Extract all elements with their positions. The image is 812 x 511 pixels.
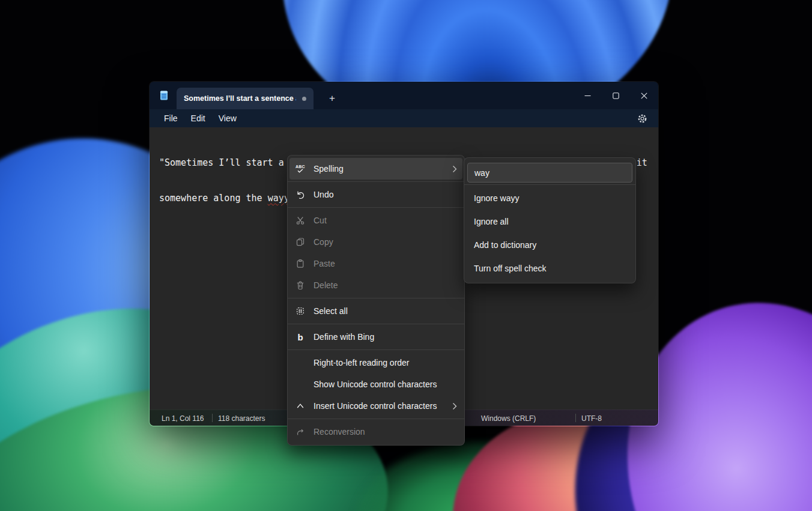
- menu-view[interactable]: View: [212, 111, 243, 125]
- tab-title: Sometimes I’ll start a sentence and: [184, 94, 296, 103]
- unsaved-indicator: [302, 97, 306, 101]
- spelling-submenu: way Ignore wayy Ignore all Add to dictio…: [464, 157, 636, 283]
- copy-icon: [295, 237, 306, 247]
- menu-item-select-all[interactable]: Select all: [289, 300, 462, 322]
- bing-icon: b: [295, 331, 306, 342]
- menu-item-undo[interactable]: Undo: [289, 184, 462, 205]
- menu-separator: [288, 419, 464, 419]
- new-tab-button[interactable]: +: [322, 88, 342, 109]
- menu-file[interactable]: File: [157, 111, 184, 125]
- chevron-right-icon: [452, 165, 457, 173]
- maximize-button[interactable]: [602, 82, 630, 109]
- close-button[interactable]: [630, 82, 658, 109]
- document-tab[interactable]: Sometimes I’ll start a sentence and: [177, 88, 314, 109]
- chevron-right-icon: [452, 402, 457, 410]
- submenu-item-add-to-dictionary[interactable]: Add to dictionary: [464, 233, 635, 256]
- menu-item-cut: Cut: [289, 210, 462, 231]
- caret-icon: [295, 401, 306, 411]
- cut-icon: [295, 215, 306, 226]
- spellcheck-icon: ABC: [295, 163, 306, 174]
- no-icon: [295, 379, 306, 390]
- titlebar: Sometimes I’ll start a sentence and +: [150, 82, 658, 109]
- menu-item-delete: Delete: [289, 274, 462, 296]
- menu-item-insert-unicode-control-characters[interactable]: Insert Unicode control characters: [289, 395, 462, 417]
- line-ending: Windows (CRLF): [481, 410, 536, 426]
- menu-separator: [464, 184, 635, 185]
- status-separator: [575, 414, 576, 422]
- minimize-button[interactable]: [574, 82, 602, 109]
- undo-icon: [295, 189, 306, 200]
- encoding: UTF-8: [581, 410, 602, 426]
- menu-separator: [288, 181, 464, 182]
- menu-bar: File Edit View: [150, 109, 658, 127]
- menu-item-define-with-bing[interactable]: b Define with Bing: [289, 326, 462, 348]
- menu-separator: [288, 349, 464, 350]
- misspelled-word[interactable]: wayy: [268, 193, 289, 204]
- status-separator: [212, 414, 213, 422]
- paste-icon: [295, 258, 306, 269]
- menu-item-copy: Copy: [289, 231, 462, 253]
- cursor-position: Ln 1, Col 116: [162, 410, 204, 426]
- menu-item-show-unicode-control-characters[interactable]: Show Unicode control characters: [289, 373, 462, 395]
- menu-item-spelling[interactable]: ABC Spelling: [289, 158, 462, 180]
- menu-separator: [288, 298, 464, 298]
- settings-button[interactable]: [633, 111, 651, 126]
- reconversion-icon: [295, 426, 306, 437]
- notepad-icon: [159, 90, 169, 101]
- menu-item-rtl-reading-order[interactable]: Right-to-left reading order: [289, 352, 462, 373]
- select-all-icon: [295, 306, 306, 316]
- submenu-item-ignore-wayy[interactable]: Ignore wayy: [464, 186, 635, 210]
- menu-edit[interactable]: Edit: [184, 111, 212, 125]
- context-menu: ABC Spelling Undo Cut: [287, 155, 465, 446]
- character-count: 118 characters: [218, 410, 265, 426]
- menu-item-reconversion: Reconversion: [289, 421, 462, 443]
- window-controls: [574, 82, 658, 109]
- menu-separator: [288, 207, 464, 208]
- submenu-item-suggestion-way[interactable]: way: [467, 163, 632, 183]
- menu-item-paste: Paste: [289, 253, 462, 274]
- submenu-item-turn-off-spell-check[interactable]: Turn off spell check: [464, 256, 635, 280]
- menu-separator: [288, 324, 464, 324]
- submenu-item-ignore-all[interactable]: Ignore all: [464, 210, 635, 233]
- no-icon: [295, 357, 306, 368]
- delete-icon: [295, 280, 306, 291]
- gear-icon: [637, 113, 647, 124]
